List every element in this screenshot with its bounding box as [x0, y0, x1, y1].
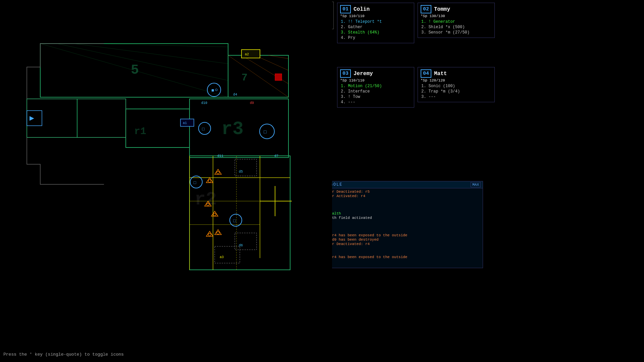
console-line: Sensor Deactivated: r5 [321, 190, 481, 194]
char-num-02: 02 [421, 5, 431, 13]
bottom-status: Press the ' key (single-quote) to toggle… [3, 352, 124, 357]
console-line: > d10 [321, 203, 481, 207]
console-input-line[interactable]: > [321, 259, 481, 262]
door-label-d10: d10 [201, 101, 207, 105]
char-ability-colin-4: 4. Pry [340, 36, 411, 40]
char-ability-tommy-3: 3. Sensor *m (27/50) [421, 30, 492, 35]
console-line: Room r4 has been exposed to the outside [321, 255, 481, 259]
console-line: > d10 [321, 207, 481, 211]
console-line: > d4 [321, 225, 481, 229]
char-panel-matt: 04 Matt *Sp 120/120 1. Sonic (100) 2. Tr… [418, 67, 495, 102]
svg-rect-0 [0, 0, 332, 282]
console-line: > d4 [321, 198, 481, 202]
char-name-matt: Matt [434, 71, 447, 77]
char-ability-matt-2: 2. Trap *m (3/4) [421, 89, 492, 94]
console-line: Stealth field activated [321, 216, 481, 220]
char-ability-jeremy-4: 4. --- [340, 100, 411, 105]
svg-text:□: □ [233, 219, 236, 224]
console-max-button[interactable]: MAX [471, 182, 481, 187]
svg-text:■: ■ [211, 88, 214, 93]
char-ability-jeremy-3: 3. ! Tow [340, 95, 411, 99]
anchor-label-a3: a3 [220, 255, 224, 259]
char-ability-tommy-2: 2. Shield *x (500) [421, 25, 492, 29]
char-panel-jeremy: 03 Jeremy *Sp 110/110 1. Motion (21/50) … [337, 67, 414, 108]
room-label-5: 5 [131, 63, 139, 78]
console-line: > a2 [321, 251, 481, 255]
door-label-d9: d9 [250, 101, 254, 105]
console-line: > a2 [321, 246, 481, 250]
console-line: Door d9 has been destroyed [321, 238, 481, 242]
console-panel: CONSOLE MAX Sensor Deactivated: r5 Senso… [319, 181, 483, 268]
svg-rect-32 [180, 119, 194, 126]
room-label-r1: r1 [134, 126, 146, 137]
char-ability-matt-1: 1. Sonic (100) [421, 84, 492, 88]
svg-rect-12 [275, 74, 282, 80]
char-sp-matt: *Sp 120/120 [421, 78, 492, 82]
console-line: Sensor Deactivated: r4 [321, 242, 481, 246]
char-ability-colin-1: 1. !! Teleport *t [340, 19, 411, 24]
char-num-03: 03 [340, 69, 351, 78]
char-num-04: 04 [421, 69, 431, 78]
console-line: Room r4 has been exposed to the outside [321, 233, 481, 237]
svg-text:□: □ [264, 129, 267, 135]
char-sp-colin: *Sp 110/110 [340, 14, 411, 18]
console-line: > stealth [321, 212, 481, 216]
svg-text:□: □ [202, 127, 205, 132]
char-ability-tommy-1: 1. ! Generator [421, 19, 492, 24]
room-label-r3: r3 [221, 119, 244, 140]
svg-text:□: □ [194, 180, 196, 185]
char-num-01: 01 [340, 5, 351, 13]
char-name-colin: Colin [354, 6, 370, 12]
anchor-label-a2-top: a2 [245, 53, 249, 56]
room-label-r2: r2 [195, 189, 217, 210]
char-sp-jeremy: *Sp 110/110 [340, 78, 411, 82]
console-title-bar: CONSOLE MAX [319, 181, 483, 188]
door-label-d5: d5 [239, 170, 243, 174]
char-sp-tommy: *Sp 130/130 [421, 14, 492, 18]
char-name-tommy: Tommy [434, 6, 450, 12]
door-label-d4: d4 [233, 93, 237, 97]
console-output: Sensor Deactivated: r5 Sensor Activated:… [319, 188, 483, 262]
door-label-d11: d11 [217, 154, 223, 158]
console-line: > d4 [321, 220, 481, 224]
char-ability-jeremy-2: 2. Interface [340, 89, 411, 94]
char-name-jeremy: Jeremy [354, 71, 373, 77]
console-line: Sensor Activated: r4 [321, 194, 481, 198]
door-label-d7: d7 [274, 154, 278, 158]
door-label-d6: d6 [239, 244, 243, 247]
char-ability-colin-2: 2. Gather [340, 25, 411, 29]
svg-text:▶: ▶ [30, 115, 34, 122]
char-ability-jeremy-1: 1. Motion (21/50) [340, 84, 411, 88]
char-panel-tommy: 02 Tommy *Sp 130/130 1. ! Generator 2. S… [418, 3, 495, 38]
svg-rect-31 [241, 50, 260, 58]
map-area: 5 7 r3 r1 r2 d5 d6 a3 d10 d9 d11 d7 d4 [0, 0, 332, 282]
console-line: > a2 [321, 229, 481, 233]
room-label-7: 7 [241, 72, 248, 83]
char-panel-colin: 01 Colin *Sp 110/110 1. !! Teleport *t 2… [337, 3, 414, 43]
char-ability-colin-3: 3. Stealth (64%) [340, 30, 411, 35]
char-ability-matt-3: 3. --- [421, 95, 492, 99]
anchor-label-a1: a1 [183, 121, 187, 125]
